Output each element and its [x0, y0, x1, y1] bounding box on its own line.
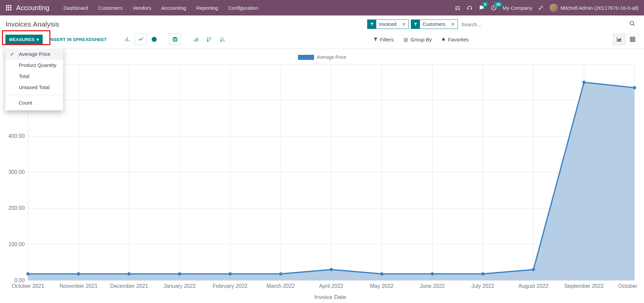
svg-text:March 2022: March 2022 — [267, 283, 295, 289]
measure-average-price[interactable]: Average Price — [5, 48, 63, 60]
main-menu: Dashboard Customers Vendors Accounting R… — [59, 2, 263, 13]
filter-chip-invoiced[interactable]: Invoiced ✕ — [367, 20, 409, 29]
svg-rect-8 — [10, 9, 11, 10]
svg-text:October 2021: October 2021 — [12, 283, 44, 289]
company-selector[interactable]: My Company — [503, 5, 532, 11]
svg-point-12 — [173, 37, 177, 39]
measure-product-quantity[interactable]: Product Quantity — [5, 60, 63, 71]
menu-reporting[interactable]: Reporting — [191, 2, 223, 13]
header-row: Invoices Analysis Invoiced ✕ Customers ✕ — [0, 15, 644, 32]
sort-group — [190, 34, 229, 45]
funnel-icon — [368, 20, 376, 29]
chart-type-group — [121, 34, 160, 45]
svg-text:February 2022: February 2022 — [213, 283, 248, 289]
sort-asc-button[interactable] — [217, 34, 229, 45]
tools-icon[interactable] — [538, 5, 544, 11]
apps-icon[interactable] — [3, 5, 15, 10]
svg-rect-1 — [8, 5, 9, 6]
chip-text: Customers — [420, 22, 448, 27]
x-axis: October 2021November 2021December 2021Ja… — [12, 283, 639, 289]
svg-point-9 — [456, 6, 459, 9]
svg-rect-0 — [6, 5, 7, 6]
support-icon[interactable] — [466, 5, 473, 11]
svg-rect-2 — [10, 5, 11, 6]
svg-rect-7 — [8, 9, 9, 10]
chip-close-icon[interactable]: ✕ — [399, 22, 409, 27]
svg-text:July 2022: July 2022 — [471, 283, 494, 289]
svg-rect-3 — [6, 7, 7, 8]
measure-count[interactable]: Count — [5, 97, 63, 108]
chip-close-icon[interactable]: ✕ — [448, 22, 458, 27]
chart-legend: Average Price — [5, 52, 639, 62]
svg-point-51 — [532, 268, 535, 271]
search-input[interactable] — [460, 20, 626, 29]
svg-rect-5 — [10, 7, 11, 8]
chart-container: Average Price 0.00100.00200.00300.00400.… — [0, 49, 644, 301]
sort-desc-button[interactable] — [203, 34, 215, 45]
svg-point-48 — [380, 272, 384, 276]
svg-text:December 2021: December 2021 — [110, 283, 148, 289]
app-brand[interactable]: Accounting — [16, 4, 49, 12]
menu-dashboard[interactable]: Dashboard — [59, 2, 93, 13]
svg-point-47 — [330, 268, 333, 271]
menu-customers[interactable]: Customers — [93, 2, 127, 13]
svg-text:November 2021: November 2021 — [59, 283, 97, 289]
control-panel: MEASURES ▾ INSERT IN SPREADSHEET Filters… — [0, 32, 644, 49]
user-menu[interactable]: Mitchell Admin (20117670-16-0-all) — [550, 4, 639, 12]
svg-text:April 2022: April 2022 — [319, 283, 343, 289]
pie-chart-button[interactable] — [148, 34, 160, 45]
bug-icon[interactable] — [454, 5, 461, 11]
menu-configuration[interactable]: Configuration — [223, 2, 263, 13]
svg-rect-6 — [6, 9, 7, 10]
line-chart-button[interactable] — [135, 34, 147, 45]
svg-text:May 2022: May 2022 — [370, 283, 394, 289]
legend-swatch — [298, 55, 314, 60]
stacked-button[interactable] — [169, 34, 181, 45]
line-chart: 0.00100.00200.00300.00400.00506 October … — [5, 62, 639, 301]
svg-point-43 — [127, 272, 131, 276]
filter-chip-customers[interactable]: Customers ✕ — [411, 20, 458, 29]
messages-badge: 5 — [482, 2, 488, 7]
activities-icon[interactable]: 36 — [490, 5, 497, 11]
svg-point-50 — [481, 272, 484, 276]
measures-dropdown: Average Price Product Quantity Total Unt… — [5, 46, 63, 110]
svg-point-42 — [77, 272, 80, 276]
pivot-view-button[interactable] — [627, 34, 639, 45]
view-switcher — [613, 34, 639, 45]
svg-text:September 2022: September 2022 — [564, 283, 604, 289]
search-options: Filters Group By Favorites — [373, 37, 469, 42]
svg-point-46 — [279, 272, 283, 276]
svg-text:October 2022: October 2022 — [618, 283, 639, 289]
svg-point-49 — [431, 272, 434, 276]
x-axis-title: Invoice Date — [314, 294, 346, 300]
filters-dropdown[interactable]: Filters — [373, 37, 394, 42]
measure-total[interactable]: Total — [5, 71, 63, 82]
svg-rect-13 — [630, 37, 635, 42]
legend-label: Average Price — [317, 54, 346, 60]
bar-chart-button[interactable] — [121, 34, 133, 45]
svg-text:300.00: 300.00 — [8, 169, 25, 175]
dropdown-separator — [5, 95, 63, 95]
graph-view-button[interactable] — [613, 34, 625, 45]
svg-text:June 2022: June 2022 — [420, 283, 445, 289]
svg-text:400.00: 400.00 — [8, 133, 25, 139]
measure-untaxed-total[interactable]: Untaxed Total — [5, 82, 63, 93]
user-name: Mitchell Admin (20117670-16-0-all) — [560, 5, 639, 11]
search-icon[interactable] — [626, 21, 639, 28]
highlight-annotation — [2, 30, 50, 45]
svg-text:0.00: 0.00 — [14, 277, 25, 283]
avatar — [550, 4, 558, 12]
messages-icon[interactable]: 5 — [478, 5, 485, 11]
insert-spreadsheet-button[interactable]: INSERT IN SPREADSHEET — [45, 35, 111, 44]
menu-accounting[interactable]: Accounting — [157, 2, 191, 13]
svg-point-11 — [630, 21, 634, 25]
search-area: Invoiced ✕ Customers ✕ — [367, 20, 626, 29]
svg-point-52 — [582, 81, 586, 84]
activities-badge: 36 — [495, 2, 502, 7]
groupby-dropdown[interactable]: Group By — [403, 37, 432, 42]
svg-text:August 2022: August 2022 — [518, 283, 548, 289]
svg-point-45 — [228, 272, 232, 276]
sort-bars-button[interactable] — [190, 34, 202, 45]
favorites-dropdown[interactable]: Favorites — [441, 37, 469, 42]
menu-vendors[interactable]: Vendors — [128, 2, 156, 13]
